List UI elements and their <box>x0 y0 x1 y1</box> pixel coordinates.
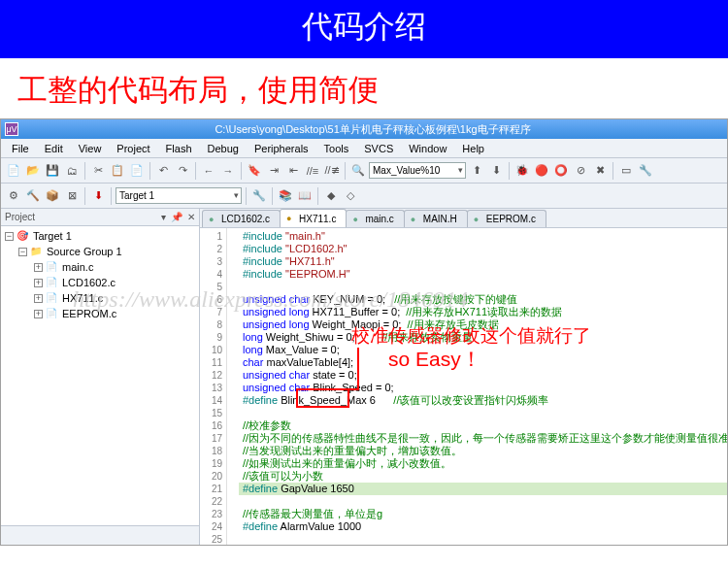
menu-flash[interactable]: Flash <box>159 141 199 156</box>
tool1-icon[interactable]: ◆ <box>322 187 340 205</box>
cfile-icon: 📄 <box>46 292 59 304</box>
tool2-icon[interactable]: ◇ <box>342 187 359 205</box>
build-all-icon[interactable]: 📦 <box>44 187 61 205</box>
outdent-icon[interactable]: ⇤ <box>284 162 302 180</box>
project-header-label: Project <box>5 212 35 222</box>
menu-debug[interactable]: Debug <box>201 141 246 156</box>
menubar: File Edit View Project Flash Debug Perip… <box>1 139 727 158</box>
ide-window: μV C:\Users\yong\Desktop\51单片机电子秤核心板例程\1… <box>0 118 728 546</box>
tree-group[interactable]: − 📁 Source Group 1 <box>1 244 199 259</box>
workarea: Project ▾ 📌 ✕ − 🎯 Target 1 − 📁 Source Gr… <box>1 209 727 545</box>
cfile-icon: ● <box>352 215 362 224</box>
redo-icon[interactable]: ↷ <box>174 162 191 180</box>
find-prev-icon[interactable]: ⬆ <box>468 162 485 180</box>
bp-clear-icon[interactable]: ✖ <box>591 162 609 180</box>
build-icon[interactable]: ⚙ <box>5 187 22 205</box>
find-next-icon[interactable]: ⬇ <box>487 162 505 180</box>
manage-icon[interactable]: 📚 <box>277 187 294 205</box>
tab-hx711[interactable]: ●HX711.c <box>280 209 347 227</box>
breakpoint-icon[interactable]: 🔴 <box>533 162 550 180</box>
uncomment-icon[interactable]: //≢ <box>323 162 341 180</box>
tree-file[interactable]: + 📄 LCD1602.c <box>1 275 199 290</box>
panel-dropdown-icon[interactable]: ▾ <box>161 212 166 222</box>
download-icon[interactable]: ⬇ <box>89 187 107 205</box>
toolbar-1: 📄 📂 💾 🗂 ✂ 📋 📄 ↶ ↷ ← → 🔖 ⇥ ⇤ //≡ //≢ 🔍 Ma… <box>1 158 727 184</box>
titlebar: μV C:\Users\yong\Desktop\51单片机电子秤核心板例程\1… <box>1 119 727 139</box>
project-panel-tabs <box>1 525 199 545</box>
tab-lcd1602[interactable]: ●LCD1602.c <box>202 210 281 227</box>
menu-svcs[interactable]: SVCS <box>357 141 400 156</box>
panel-pin-icon[interactable]: 📌 <box>171 212 182 222</box>
expand-icon[interactable]: + <box>34 279 43 287</box>
copy-icon[interactable]: 📋 <box>109 162 126 180</box>
config-icon[interactable]: 🔧 <box>637 162 654 180</box>
books-icon[interactable]: 📖 <box>296 187 314 205</box>
folder-icon: 📁 <box>30 246 44 257</box>
save-icon[interactable]: 💾 <box>44 162 61 180</box>
nav-back-icon[interactable]: ← <box>200 162 217 180</box>
find-combo[interactable]: Max_Value%10 <box>369 162 466 179</box>
line-gutter: 1234567891011121314151617181920212223242… <box>200 228 227 545</box>
project-tree: − 🎯 Target 1 − 📁 Source Group 1 + 📄 main… <box>1 226 199 525</box>
tab-eeprom[interactable]: ●EEPROM.c <box>467 210 546 227</box>
code-lines[interactable]: #include "main.h"#include "LCD1602.h"#in… <box>239 228 727 545</box>
toolbar-2: ⚙ 🔨 📦 ⊠ ⬇ Target 1 🔧 📚 📖 ◆ ◇ <box>1 184 727 209</box>
bookmark-icon[interactable]: 🔖 <box>246 162 263 180</box>
find-icon[interactable]: 🔍 <box>349 162 367 180</box>
subtitle: 工整的代码布局，使用简便 <box>0 58 728 118</box>
project-panel: Project ▾ 📌 ✕ − 🎯 Target 1 − 📁 Source Gr… <box>1 209 200 545</box>
tree-target[interactable]: − 🎯 Target 1 <box>1 228 199 244</box>
indent-icon[interactable]: ⇥ <box>265 162 282 180</box>
expand-icon[interactable]: + <box>34 310 43 318</box>
cfile-icon: 📄 <box>46 277 59 288</box>
open-icon[interactable]: 📂 <box>24 162 42 180</box>
collapse-icon[interactable]: − <box>5 232 14 241</box>
cfile-icon: ● <box>286 214 296 223</box>
target-icon: 🎯 <box>17 230 30 242</box>
new-file-icon[interactable]: 📄 <box>5 162 22 180</box>
menu-file[interactable]: File <box>5 141 36 156</box>
tree-file[interactable]: + 📄 EEPROM.c <box>1 306 199 321</box>
cfile-icon: ● <box>209 215 218 224</box>
rebuild-icon[interactable]: 🔨 <box>24 187 42 205</box>
menu-edit[interactable]: Edit <box>38 141 70 156</box>
cut-icon[interactable]: ✂ <box>89 162 107 180</box>
panel-close-icon[interactable]: ✕ <box>187 212 195 222</box>
collapse-icon[interactable]: − <box>18 248 27 256</box>
expand-icon[interactable]: + <box>34 263 43 272</box>
stop-build-icon[interactable]: ⊠ <box>63 187 81 205</box>
options-icon[interactable]: 🔧 <box>250 187 268 205</box>
expand-icon[interactable]: + <box>34 294 43 303</box>
save-all-icon[interactable]: 🗂 <box>63 162 81 180</box>
cfile-icon: ● <box>474 215 483 224</box>
app-icon: μV <box>5 122 18 136</box>
target-combo[interactable]: Target 1 <box>116 187 242 204</box>
menu-peripherals[interactable]: Peripherals <box>248 141 315 156</box>
tree-file[interactable]: + 📄 main.c <box>1 259 199 275</box>
editor-tabs: ●LCD1602.c ●HX711.c ●main.c ●MAIN.H ●EEP… <box>200 209 727 228</box>
fold-column: ⊟ <box>227 228 239 545</box>
menu-help[interactable]: Help <box>455 141 491 156</box>
menu-view[interactable]: View <box>72 141 109 156</box>
debug-icon[interactable]: 🐞 <box>513 162 531 180</box>
menu-tools[interactable]: Tools <box>317 141 356 156</box>
project-header: Project ▾ 📌 ✕ <box>1 209 199 226</box>
code-editor[interactable]: 1234567891011121314151617181920212223242… <box>200 228 727 545</box>
comment-icon[interactable]: //≡ <box>304 162 321 180</box>
menu-window[interactable]: Window <box>402 141 453 156</box>
hfile-icon: ● <box>411 215 420 224</box>
tab-main-h[interactable]: ●MAIN.H <box>404 210 468 227</box>
window-icon[interactable]: ▭ <box>617 162 635 180</box>
nav-fwd-icon[interactable]: → <box>219 162 237 180</box>
menu-project[interactable]: Project <box>110 141 156 156</box>
tree-file[interactable]: + 📄 HX711.c <box>1 290 199 306</box>
editor-area: ●LCD1602.c ●HX711.c ●main.c ●MAIN.H ●EEP… <box>200 209 727 545</box>
cfile-icon: 📄 <box>46 261 59 273</box>
banner: 代码介绍 <box>0 0 728 58</box>
bp-disable-icon[interactable]: ⊘ <box>572 162 589 180</box>
tab-main-c[interactable]: ●main.c <box>346 210 404 227</box>
bp-toggle-icon[interactable]: ⭕ <box>552 162 570 180</box>
cfile-icon: 📄 <box>46 308 59 319</box>
paste-icon[interactable]: 📄 <box>128 162 146 180</box>
undo-icon[interactable]: ↶ <box>154 162 172 180</box>
